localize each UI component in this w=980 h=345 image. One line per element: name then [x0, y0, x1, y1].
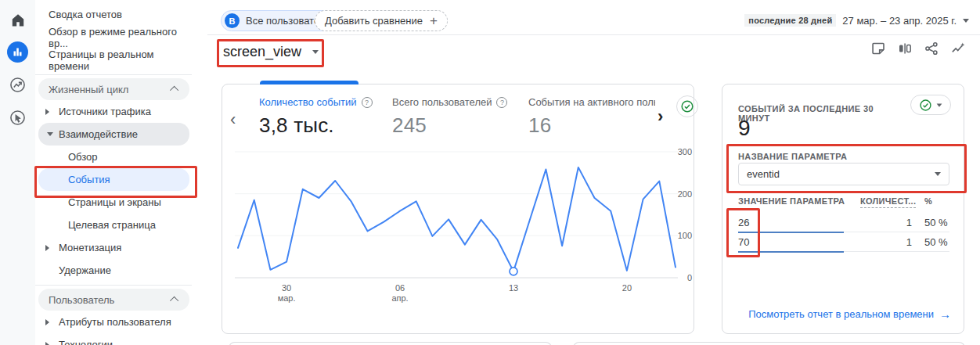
share-icon[interactable]: [924, 41, 939, 56]
sidebar-item-label: Сводка отчетов: [49, 9, 122, 20]
help-icon[interactable]: [362, 97, 373, 108]
metric-event-count[interactable]: Количество событий 3,8 тыс.: [259, 96, 373, 138]
date-range-picker[interactable]: последние 28 дней 27 мар. – 23 апр. 2025…: [744, 14, 969, 27]
header-separator: [207, 34, 980, 35]
app-rail: [0, 0, 36, 345]
col-header-count[interactable]: КОЛИЧЕСТ...: [860, 196, 912, 206]
svg-text:06: 06: [395, 283, 405, 293]
sidebar-item-label: Технологии: [59, 339, 113, 345]
metric-label: События на активного пользов: [528, 96, 655, 108]
sidebar-item-label: Обзор: [68, 151, 98, 163]
reports-active-circle: [7, 41, 28, 63]
param-name-select[interactable]: eventid: [738, 163, 949, 185]
svg-text:300: 300: [678, 147, 692, 156]
insights-icon[interactable]: [950, 41, 966, 56]
sidebar-item-retention[interactable]: Удержание: [35, 259, 192, 282]
svg-text:0: 0: [687, 273, 692, 282]
note-icon[interactable]: [870, 41, 886, 56]
sidebar-item-tech[interactable]: Технологии: [35, 333, 192, 345]
data-quality-check-button[interactable]: [676, 95, 698, 117]
metric-value: 3,8 тыс.: [259, 113, 373, 138]
count-cell: 1: [860, 217, 912, 228]
count-cell: 1: [860, 236, 912, 248]
next-section-card-right: [573, 342, 965, 345]
report-sidebar: Сводка отчетов Обзор в режиме реального …: [35, 0, 192, 345]
add-comparison-chip[interactable]: Добавить сравнение +: [315, 10, 448, 31]
percent-bar: [738, 251, 844, 253]
plus-icon: +: [430, 14, 438, 27]
param-value-cell: 70: [738, 236, 860, 248]
chevron-up-icon: [170, 86, 178, 95]
date-range-preset-label: последние 28 дней: [744, 14, 836, 27]
sidebar-item-label: Обзор в режиме реального вр...: [49, 26, 192, 49]
sidebar-item-label: Источники трафика: [59, 106, 151, 117]
sidebar-item-events[interactable]: События: [38, 168, 189, 191]
collapse-arrow-icon[interactable]: [47, 132, 53, 136]
param-value-cell: 26: [738, 217, 860, 228]
svg-text:100: 100: [678, 231, 692, 240]
metric-label: Всего пользователей: [392, 96, 492, 108]
realtime-event-count: 9: [738, 116, 751, 141]
sidebar-item-label: Монетизация: [59, 242, 121, 253]
expand-arrow-icon[interactable]: [45, 319, 49, 325]
next-section-card-left: [229, 342, 552, 345]
explore-icon[interactable]: [7, 74, 29, 95]
table-row[interactable]: 26 1 50 %: [738, 213, 949, 232]
metric-events-per-user[interactable]: События на активного пользов 16: [528, 96, 655, 138]
table-header-row: ЗНАЧЕНИЕ ПАРАМЕТРА КОЛИЧЕСТ... %: [738, 196, 949, 213]
link-label: Посмотреть отчет в реальном времени: [748, 308, 934, 320]
sidebar-item-monetization[interactable]: Монетизация: [35, 236, 192, 259]
sidebar-item-user-attributes[interactable]: Атрибуты пользователя: [35, 311, 192, 333]
view-realtime-report-link[interactable]: Посмотреть отчет в реальном времени →: [748, 307, 951, 321]
param-values-table: ЗНАЧЕНИЕ ПАРАМЕТРА КОЛИЧЕСТ... % 26 1 50…: [738, 196, 949, 252]
param-name-value: eventid: [747, 168, 780, 180]
realtime-quality-dropdown[interactable]: [910, 95, 951, 115]
expand-arrow-icon[interactable]: [45, 342, 49, 345]
sidebar-section-user[interactable]: Пользователь: [38, 289, 189, 311]
sidebar-divider: [35, 285, 192, 286]
sidebar-item-reports-snapshot[interactable]: Сводка отчетов: [35, 3, 192, 26]
svg-text:30: 30: [282, 283, 291, 293]
expand-arrow-icon[interactable]: [45, 109, 49, 115]
sidebar-item-engagement[interactable]: Взаимодействие: [38, 123, 189, 146]
sidebar-item-landing-page[interactable]: Целевая страница: [35, 214, 192, 236]
events-trend-card: ‹ Количество событий 3,8 тыс. Всего поль…: [222, 84, 694, 334]
chevron-down-icon: [963, 19, 969, 23]
events-line-chart[interactable]: 010020030030мар.06апр.1320: [222, 142, 695, 307]
event-name-selector[interactable]: screen_view: [223, 44, 319, 60]
event-name-value: screen_view: [223, 44, 301, 60]
sidebar-item-pages-screens[interactable]: Страницы и экраны: [35, 191, 192, 214]
metrics-next-arrow[interactable]: ›: [658, 108, 663, 125]
chevron-down-icon: [937, 103, 942, 106]
metrics-prev-arrow[interactable]: ‹: [230, 111, 236, 128]
comparison-icon[interactable]: [897, 41, 913, 56]
col-header-param-value: ЗНАЧЕНИЕ ПАРАМЕТРА: [738, 196, 860, 206]
sidebar-section-lifecycle[interactable]: Жизненный цикл: [38, 78, 189, 100]
section-label: Жизненный цикл: [49, 84, 128, 95]
metric-label: Количество событий: [259, 96, 357, 108]
date-range-value: 27 мар. – 23 апр. 2025 г.: [842, 15, 957, 27]
expand-arrow-icon[interactable]: [45, 245, 49, 251]
sidebar-item-label: Целевая страница: [68, 219, 156, 231]
sidebar-item-traffic-acquisition[interactable]: Источники трафика: [35, 100, 192, 123]
sidebar-item-realtime-overview[interactable]: Обзор в режиме реального вр...: [35, 26, 192, 49]
sidebar-item-label: Атрибуты пользователя: [59, 316, 171, 328]
sidebar-item-realtime-pages[interactable]: Страницы в реальном времени: [35, 49, 192, 71]
percent-cell: 50 %: [912, 217, 949, 228]
svg-text:мар.: мар.: [278, 293, 296, 303]
check-circle-icon: [919, 99, 932, 112]
help-icon[interactable]: [496, 97, 507, 108]
home-icon[interactable]: [7, 9, 29, 31]
table-row[interactable]: 70 1 50 %: [738, 232, 949, 252]
check-circle-icon: [680, 99, 694, 113]
realtime-title: СОБЫТИЙ ЗА ПОСЛЕДНИЕ 30 МИНУТ: [738, 104, 903, 123]
svg-text:200: 200: [678, 189, 692, 199]
col-header-percent[interactable]: %: [912, 196, 949, 206]
metric-value: 245: [392, 113, 507, 138]
metric-total-users[interactable]: Всего пользователей 245: [392, 96, 507, 138]
advertising-icon[interactable]: [7, 106, 29, 128]
sidebar-item-engagement-overview[interactable]: Обзор: [35, 146, 192, 168]
reports-icon[interactable]: [7, 41, 29, 63]
chevron-down-icon: [312, 50, 319, 54]
sidebar-item-label: События: [68, 174, 110, 185]
